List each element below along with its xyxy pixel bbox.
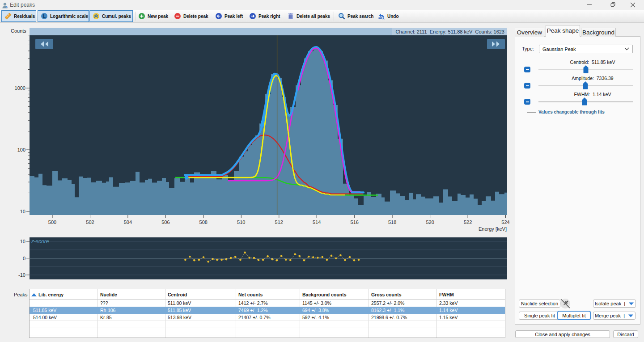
svg-text:522: 522: [464, 220, 472, 225]
svg-text:516: 516: [351, 220, 359, 225]
svg-text:524: 524: [501, 220, 509, 225]
svg-text:500: 500: [48, 220, 56, 225]
svg-text:518: 518: [388, 220, 396, 225]
svg-text:z-score: z-score: [31, 238, 49, 245]
svg-text:502: 502: [86, 220, 94, 225]
svg-text:508: 508: [199, 220, 208, 225]
svg-text:Channel: 2111 Energy: 511.88: Channel: 2111 Energy: 511.88 keV Counts:…: [396, 29, 504, 34]
svg-text:506: 506: [161, 220, 169, 225]
svg-text:520: 520: [426, 220, 434, 225]
svg-text:514: 514: [313, 220, 321, 225]
svg-text:100: 100: [17, 147, 25, 152]
svg-text:0: 0: [23, 256, 25, 261]
svg-text:504: 504: [124, 220, 132, 225]
svg-text:10: 10: [20, 239, 25, 244]
svg-text:10: 10: [20, 209, 25, 214]
svg-text:L: L: [43, 13, 46, 19]
svg-text:Energy [keV]: Energy [keV]: [479, 226, 507, 232]
svg-text:-10: -10: [18, 272, 25, 278]
svg-text:1000: 1000: [15, 85, 25, 91]
svg-text:512: 512: [275, 220, 283, 225]
svg-text:510: 510: [237, 220, 245, 225]
svg-text:<>: <>: [6, 6, 8, 8]
